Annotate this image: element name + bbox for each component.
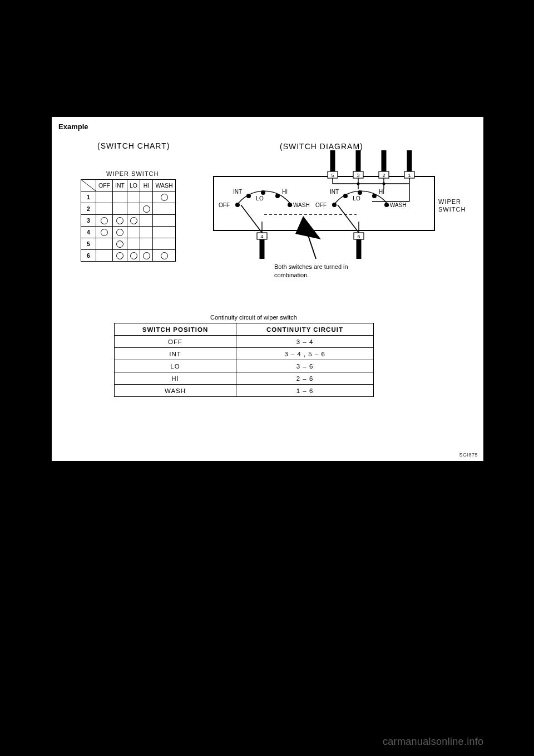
position-label: WASH	[293, 202, 310, 208]
table-row: 1	[81, 192, 176, 203]
row-label: 2	[81, 203, 96, 215]
terminal-label: 6	[357, 234, 360, 239]
wiper-switch-caption: WIPER SWITCH	[106, 170, 159, 177]
position-label: HI	[379, 189, 384, 195]
position-label: LO	[256, 195, 264, 202]
continuity-caption: Continuity circuit of wiper switch	[210, 314, 297, 321]
wiper-switch-side-label: WIPER SWITCH	[438, 198, 466, 214]
mark-icon	[116, 240, 123, 248]
mark-icon	[101, 217, 108, 224]
mark-icon	[130, 217, 137, 224]
col-header: CONTINUITY CIRCUIT	[236, 323, 374, 336]
svg-point-25	[332, 203, 337, 207]
svg-point-29	[384, 203, 389, 207]
position-label: HI	[282, 189, 288, 195]
table-row: 5	[81, 238, 176, 250]
col-header: HI	[140, 180, 153, 192]
svg-point-19	[235, 203, 240, 207]
mark-icon	[101, 229, 108, 236]
mark-icon	[116, 252, 123, 259]
mark-icon	[130, 252, 137, 259]
position-label: LO	[353, 195, 360, 202]
position-label: OFF	[219, 202, 230, 208]
svg-line-18	[241, 205, 262, 233]
mark-icon	[116, 217, 123, 224]
svg-point-27	[358, 190, 362, 195]
svg-point-22	[275, 194, 280, 198]
table-row: HI2 – 6	[115, 372, 374, 385]
table-row: 3	[81, 215, 176, 227]
terminal-label: 2	[382, 173, 385, 178]
continuity-table: SWITCH POSITION CONTINUITY CIRCUIT OFF3 …	[114, 323, 374, 397]
row-label: 6	[81, 250, 96, 262]
mark-icon	[143, 252, 150, 259]
figure-reference: SGI875	[459, 452, 478, 458]
row-label: 5	[81, 238, 96, 250]
position-label: INT	[330, 189, 339, 195]
switch-chart-heading: (SWITCH CHART)	[97, 141, 170, 150]
svg-point-15	[383, 183, 385, 185]
terminal-label: 5	[331, 173, 334, 178]
table-corner-cell	[81, 180, 96, 192]
table-row: 4	[81, 227, 176, 238]
diagram-page: Example (SWITCH CHART) (SWITCH DIAGRAM) …	[51, 116, 484, 462]
table-row: 2	[81, 203, 176, 215]
position-label: WASH	[390, 202, 407, 208]
table-row: WASH1 – 6	[115, 385, 374, 397]
terminal-label: 1	[408, 173, 411, 178]
svg-point-14	[357, 183, 360, 185]
row-label: 1	[81, 192, 96, 203]
svg-point-20	[246, 194, 251, 198]
switch-diagram-heading: (SWITCH DIAGRAM)	[280, 142, 363, 151]
svg-point-26	[343, 194, 348, 198]
row-label: 4	[81, 227, 96, 238]
row-label: 3	[81, 215, 96, 227]
terminal-label: 4	[260, 234, 263, 239]
position-label: OFF	[315, 202, 327, 208]
col-header: OFF	[96, 180, 113, 192]
col-header: INT	[113, 180, 127, 192]
table-row: INT3 – 4 , 5 – 6	[115, 348, 374, 360]
col-header: WASH	[153, 180, 176, 192]
mark-icon	[161, 194, 168, 201]
col-header: LO	[127, 180, 140, 192]
combination-note: Both switches are turned in combination.	[274, 263, 348, 280]
col-header: SWITCH POSITION	[115, 323, 236, 336]
example-label: Example	[58, 122, 88, 131]
mark-icon	[116, 229, 123, 236]
svg-point-21	[261, 190, 265, 195]
svg-point-23	[288, 203, 292, 207]
mark-icon	[143, 205, 150, 213]
table-row: LO3 – 6	[115, 360, 374, 372]
position-label: INT	[233, 189, 242, 195]
watermark: carmanualsonline.info	[383, 736, 483, 748]
table-row: OFF3 – 4	[115, 336, 374, 348]
switch-diagram-svg: 5 3 2 1 OFF INT LO HI WASH	[197, 150, 442, 278]
table-row: 6	[81, 250, 176, 262]
mark-icon	[161, 252, 168, 259]
svg-point-28	[372, 194, 377, 198]
terminal-label: 3	[357, 173, 359, 178]
switch-chart-table: OFF INT LO HI WASH 1 2 3 4 5	[81, 179, 176, 262]
svg-line-24	[338, 205, 359, 233]
svg-line-0	[81, 180, 96, 191]
